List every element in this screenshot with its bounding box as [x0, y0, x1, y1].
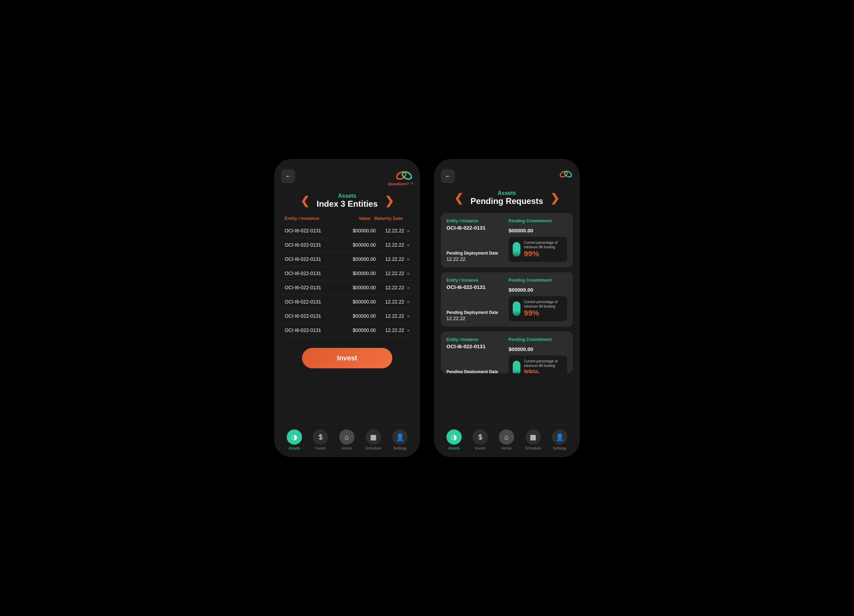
nav-right-arrow-2[interactable]: ❯: [550, 192, 560, 205]
funding-text-2: Current percentage of minimum IM funding…: [524, 359, 563, 373]
row-entity-0: OCI-I6-022-0131: [285, 228, 342, 233]
card-bottom-row-2: Pending Deployment Date 12.22.22 Current…: [447, 356, 567, 373]
entity-label-2: Entity / Instance: [447, 337, 505, 342]
card-bottom-row-1: Pending Deployment Date 12.22.22 Current…: [447, 296, 567, 321]
nav-item-invest[interactable]: $ Invest: [313, 429, 328, 450]
nav-left-arrow-1[interactable]: ❮: [300, 194, 310, 207]
card-left-2: Entity / Instance OCI-I6-022-0131: [447, 337, 505, 352]
bottom-nav-1: ◑ Assets $ Invest ⌂ Home ▦ Schedule 👤 Se…: [281, 424, 413, 450]
row-arrow-1[interactable]: »: [407, 242, 410, 248]
nav-subtitle-2: Assets: [470, 190, 543, 196]
nav-item-home[interactable]: ⌂ Home: [499, 429, 514, 450]
row-date-5: 12.22.22: [376, 299, 404, 304]
row-entity-7: OCI-I6-022-0131: [285, 327, 342, 333]
card-deployment-2: Pending Deployment Date 12.22.22: [447, 370, 505, 373]
card-right-1: Pending Commitment $00000.00: [509, 278, 567, 293]
nav-main-title-2: Pending Requests: [470, 196, 543, 206]
table-row-5[interactable]: OCI-I6-022-0131 $00000.00 12.22.22 »: [281, 295, 413, 309]
nav-label-schedule: Schedule: [366, 446, 381, 450]
nav-subtitle-1: Assets: [317, 193, 378, 199]
card-bottom-row-0: Pending Deployment Date 12.22.22 Current…: [447, 237, 567, 262]
nav-label-invest: Invest: [475, 446, 485, 450]
nav-right-arrow-1[interactable]: ❯: [385, 194, 394, 207]
table-row-4[interactable]: OCI-I6-022-0131 $00000.00 12.22.22 »: [281, 281, 413, 295]
row-entity-2: OCI-I6-022-0131: [285, 256, 342, 262]
row-arrow-7[interactable]: »: [407, 327, 410, 333]
funding-text-1: Current percentage of minimum IM funding…: [524, 300, 563, 318]
nav-item-settings[interactable]: 👤 Settings: [392, 429, 407, 450]
back-button-1[interactable]: ←: [281, 169, 295, 183]
funding-pct-0: 99%: [524, 249, 563, 259]
commitment-label-1: Pending Commitment: [509, 278, 567, 283]
phone-2: ← ❮ Assets Pending Requests ❯ Entity / I…: [434, 159, 580, 457]
nav-label-invest: Invest: [316, 446, 326, 450]
funding-pct-1: 99%: [524, 309, 563, 318]
row-arrow-2[interactable]: »: [407, 256, 410, 262]
row-arrow-3[interactable]: »: [407, 271, 410, 276]
nav-label-home: Home: [342, 446, 352, 450]
deployment-label-0: Pending Deployment Date: [447, 251, 505, 256]
questions-link-1[interactable]: Questions? ?: [387, 182, 413, 186]
nav-label-settings: Settings: [393, 446, 407, 450]
nav-title-2: Assets Pending Requests: [470, 190, 543, 206]
row-arrow-4[interactable]: »: [407, 285, 410, 290]
back-button-2[interactable]: ←: [441, 169, 455, 183]
table-row-3[interactable]: OCI-I6-022-0131 $00000.00 12.22.22 »: [281, 266, 413, 281]
home-icon: ⌂: [339, 429, 354, 445]
funding-box-0: Current percentage of minimum IM funding…: [509, 237, 567, 262]
table-row-2[interactable]: OCI-I6-022-0131 $00000.00 12.22.22 »: [281, 252, 413, 266]
pending-card-2[interactable]: Entity / Instance OCI-I6-022-0131 Pendin…: [441, 332, 573, 373]
schedule-icon: ▦: [526, 429, 541, 445]
nav-item-assets[interactable]: ◑ Assets: [447, 429, 462, 450]
bottom-nav-2: ◑ Assets $ Invest ⌂ Home ▦ Schedule 👤 Se…: [441, 424, 573, 450]
card-top-row-1: Entity / Instance OCI-I6-022-0131 Pendin…: [447, 278, 567, 293]
table-row-0[interactable]: OCI-I6-022-0131 $00000.00 12.22.22 »: [281, 224, 413, 238]
entity-label-0: Entity / Instance: [447, 219, 505, 224]
nav-item-assets[interactable]: ◑ Assets: [287, 429, 302, 450]
assets-icon: ◑: [447, 429, 462, 445]
funding-text-0: Current percentage of minimum IM funding…: [524, 240, 563, 259]
pill-icon-0: [513, 242, 520, 257]
settings-icon: 👤: [392, 429, 407, 445]
nav-left-arrow-2[interactable]: ❮: [454, 192, 464, 205]
row-entity-6: OCI-I6-022-0131: [285, 313, 342, 319]
nav-item-settings[interactable]: 👤 Settings: [552, 429, 567, 450]
cards-container: Entity / Instance OCI-I6-022-0131 Pendin…: [441, 213, 573, 424]
card-left-0: Entity / Instance OCI-I6-022-0131: [447, 219, 505, 233]
invest-btn-container: Invest: [281, 348, 413, 368]
funding-label-0: Current percentage of minimum IM funding: [524, 240, 563, 249]
row-arrow-6[interactable]: »: [407, 313, 410, 319]
row-entity-4: OCI-I6-022-0131: [285, 285, 342, 290]
invest-icon: $: [473, 429, 488, 445]
nav-label-assets: Assets: [288, 446, 300, 450]
nav-item-schedule[interactable]: ▦ Schedule: [525, 429, 541, 450]
svg-point-1: [401, 170, 412, 181]
screens-container: ← Questions? ? ❮ Assets Index 3 Entities…: [274, 159, 580, 457]
table-row-1[interactable]: OCI-I6-022-0131 $00000.00 12.22.22 »: [281, 238, 413, 252]
table-row-6[interactable]: OCI-I6-022-0131 $00000.00 12.22.22 »: [281, 309, 413, 323]
row-value-1: $00000.00: [342, 242, 376, 248]
nav-section-1: ❮ Assets Index 3 Entities ❯: [281, 193, 413, 209]
table-row-7[interactable]: OCI-I6-022-0131 $00000.00 12.22.22 »: [281, 323, 413, 338]
pending-card-0[interactable]: Entity / Instance OCI-I6-022-0131 Pendin…: [441, 213, 573, 268]
commitment-value-0: $00000.00: [509, 228, 567, 233]
invest-button-1[interactable]: Invest: [302, 348, 392, 368]
nav-item-invest[interactable]: $ Invest: [473, 429, 488, 450]
funding-label-2: Current percentage of minimum IM funding: [524, 359, 563, 368]
nav-item-schedule[interactable]: ▦ Schedule: [366, 429, 381, 450]
nav-label-assets: Assets: [448, 446, 460, 450]
row-value-0: $00000.00: [342, 228, 376, 233]
row-date-0: 12.22.22: [376, 228, 404, 233]
card-top-row-0: Entity / Instance OCI-I6-022-0131 Pendin…: [447, 219, 567, 233]
entity-label-1: Entity / Instance: [447, 278, 505, 283]
row-arrow-5[interactable]: »: [407, 299, 410, 304]
phone-1: ← Questions? ? ❮ Assets Index 3 Entities…: [274, 159, 420, 457]
svg-point-3: [563, 170, 572, 178]
nav-item-home[interactable]: ⌂ Home: [339, 429, 354, 450]
row-arrow-0[interactable]: »: [407, 228, 410, 233]
entity-value-1: OCI-I6-022-0131: [447, 284, 505, 290]
commitment-value-1: $00000.00: [509, 287, 567, 293]
card-left-1: Entity / Instance OCI-I6-022-0131: [447, 278, 505, 293]
row-entity-5: OCI-I6-022-0131: [285, 299, 342, 304]
pending-card-1[interactable]: Entity / Instance OCI-I6-022-0131 Pendin…: [441, 272, 573, 327]
